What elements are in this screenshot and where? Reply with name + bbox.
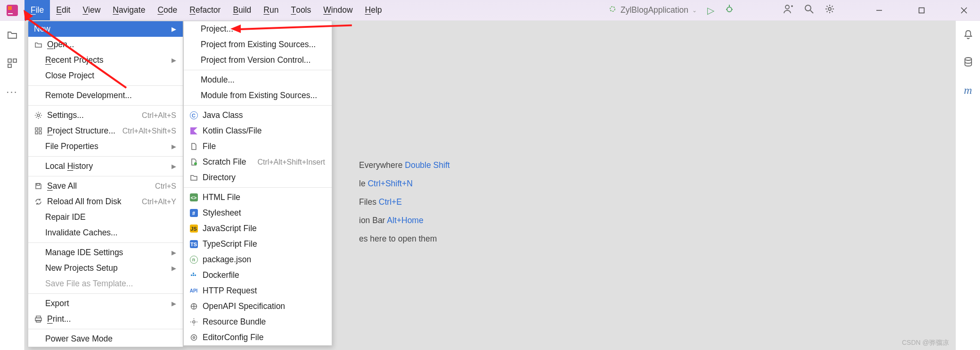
file-menu-item-invalidate-caches[interactable]: Invalidate Caches... [28, 225, 183, 241]
svg-rect-26 [39, 132, 41, 134]
menu-item-label: Recent Projects [45, 55, 167, 65]
file-menu-item-manage-ide-settings[interactable]: Manage IDE Settings▶ [28, 245, 183, 260]
menu-build[interactable]: Build [227, 0, 257, 20]
menu-item-label: Module from Existing Sources... [201, 91, 325, 100]
welcome-hint: Everywhere Double Shift [359, 160, 450, 170]
file-menu-item-new-projects-setup[interactable]: New Projects Setup▶ [28, 260, 183, 276]
file-menu-item-remote-development[interactable]: Remote Development... [28, 88, 183, 103]
svg-rect-1 [8, 6, 12, 10]
file-menu-item-local-history[interactable]: Local History▶ [28, 158, 183, 174]
svg-line-12 [810, 10, 813, 13]
new-menu-item-project-from-version-control[interactable]: Project from Version Control... [184, 52, 332, 68]
kotlin-icon [189, 127, 198, 135]
debug-icon[interactable] [725, 4, 734, 16]
svg-point-4 [727, 7, 732, 12]
menu-item-label: Invalidate Caches... [45, 228, 176, 238]
file-menu-item-save-all[interactable]: Save AllCtrl+S [28, 178, 183, 194]
new-menu-item-http-request[interactable]: APIHTTP Request [184, 283, 332, 299]
run-config-icon [608, 5, 617, 16]
new-menu-item-package-json[interactable]: npackage.json [184, 252, 332, 267]
chevron-right-icon: ▶ [172, 249, 176, 256]
file-menu-item-recent-projects[interactable]: Recent Projects▶ [28, 52, 183, 68]
new-menu-item-stylesheet[interactable]: #Stylesheet [184, 205, 332, 221]
welcome-hints: Everywhere Double Shiftle Ctrl+Shift+NFi… [359, 160, 450, 244]
menu-item-label: Module... [201, 75, 325, 85]
new-menu-item-resource-bundle[interactable]: Resource Bundle [184, 314, 332, 330]
menu-refactor[interactable]: Refactor [183, 0, 227, 20]
menu-item-label: Manage IDE Settings [45, 248, 167, 258]
maximize-icon[interactable] [917, 6, 926, 15]
svg-point-3 [610, 7, 615, 11]
save-icon [34, 182, 42, 191]
database-tool-icon[interactable] [963, 57, 973, 70]
new-menu-item-module[interactable]: Module... [184, 72, 332, 88]
new-menu-item-javascript-file[interactable]: JSJavaScript File [184, 221, 332, 236]
menu-item-label: Close Project [45, 71, 176, 81]
new-menu-item-java-class[interactable]: CJava Class [184, 108, 332, 123]
file-menu-item-print[interactable]: Print... [28, 311, 183, 327]
menu-tools[interactable]: Tools [285, 0, 317, 20]
notifications-icon[interactable] [963, 29, 973, 42]
file-menu-item-power-save-mode[interactable]: Power Save Mode [28, 331, 183, 347]
new-menu-item-typescript-file[interactable]: TSTypeScript File [184, 236, 332, 252]
new-menu-item-module-from-existing-sources[interactable]: Module from Existing Sources... [184, 88, 332, 103]
file-menu-item-reload-all-from-disk[interactable]: Reload All from DiskCtrl+Alt+Y [28, 194, 183, 209]
person-add-icon[interactable] [783, 4, 793, 17]
menu-item-label: Print... [47, 314, 176, 324]
new-menu-item-editorconfig-file[interactable]: EditorConfig File [184, 330, 332, 345]
close-icon[interactable] [959, 6, 969, 15]
openapi-icon [189, 302, 198, 311]
file-menu-item-repair-ide[interactable]: Repair IDE [28, 209, 183, 225]
new-menu-item-html-file[interactable]: <>HTML File [184, 190, 332, 205]
structure-icon [34, 127, 42, 135]
file-menu-item-file-properties[interactable]: File Properties▶ [28, 139, 183, 154]
menu-view[interactable]: View [76, 0, 106, 20]
new-menu-item-project-from-existing-sources[interactable]: Project from Existing Sources... [184, 37, 332, 52]
run-icon[interactable]: ▷ [707, 5, 714, 16]
run-config-selector[interactable]: ZylBlogApplication ⌄ [608, 5, 697, 16]
maven-tool-icon[interactable]: m [964, 84, 972, 97]
file-menu-item-export[interactable]: Export▶ [28, 296, 183, 311]
menu-edit[interactable]: Edit [50, 0, 76, 20]
new-menu-item-scratch-file[interactable]: Scratch FileCtrl+Alt+Shift+Insert [184, 154, 332, 170]
gear-icon [34, 111, 42, 120]
new-menu-item-openapi-specification[interactable]: OpenAPI Specification [184, 299, 332, 314]
settings-gear-icon[interactable] [825, 4, 835, 17]
menu-help[interactable]: Help [359, 0, 388, 20]
menu-item-label: HTML File [203, 192, 325, 202]
html-icon: <> [189, 193, 198, 202]
chevron-right-icon: ▶ [172, 143, 176, 150]
new-submenu: Project...Project from Existing Sources.… [183, 21, 332, 346]
svg-rect-2 [8, 13, 13, 14]
new-menu-item-directory[interactable]: Directory [184, 170, 332, 185]
svg-rect-18 [8, 59, 11, 62]
menu-item-label: Save File as Template... [45, 279, 176, 289]
menu-run[interactable]: Run [257, 0, 285, 20]
file-menu-item-project-structure[interactable]: Project Structure...Ctrl+Alt+Shift+S [28, 123, 183, 139]
file-menu-item-close-project[interactable]: Close Project [28, 68, 183, 83]
new-menu-item-project[interactable]: Project... [184, 21, 332, 37]
new-menu-item-file[interactable]: File [184, 139, 332, 154]
menu-file[interactable]: File [24, 0, 50, 20]
new-menu-item-kotlin-class-file[interactable]: Kotlin Class/File [184, 123, 332, 139]
search-icon[interactable] [804, 4, 814, 17]
svg-rect-19 [13, 59, 16, 62]
project-tool-icon[interactable] [7, 29, 18, 43]
more-tool-icon[interactable]: ··· [6, 86, 17, 98]
menu-item-label: Open... [47, 40, 176, 50]
folder-icon [189, 174, 198, 182]
minimize-icon[interactable] [874, 6, 884, 15]
file-menu-item-settings[interactable]: Settings...Ctrl+Alt+S [28, 108, 183, 123]
chevron-down-icon: ⌄ [692, 7, 697, 14]
new-menu-item-dockerfile[interactable]: Dockerfile [184, 267, 332, 283]
svg-point-39 [193, 337, 195, 339]
menu-window[interactable]: Window [317, 0, 359, 20]
file-menu-item-open[interactable]: Open... [28, 37, 183, 52]
menu-item-label: Project Structure... [47, 126, 118, 136]
menu-navigate[interactable]: Navigate [106, 0, 151, 20]
file-menu-item-new[interactable]: New▶ [28, 21, 183, 37]
svg-rect-20 [8, 64, 11, 67]
menu-item-label: Stylesheet [203, 208, 325, 218]
structure-tool-icon[interactable] [7, 58, 18, 72]
menu-code[interactable]: Code [151, 0, 183, 20]
